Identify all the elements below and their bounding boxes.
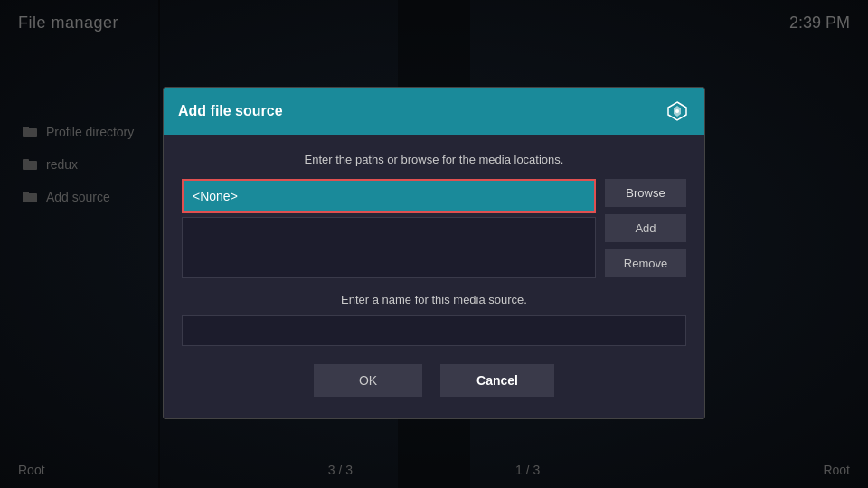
ok-button[interactable]: OK (314, 364, 422, 397)
paths-row: <None> Browse Add Remove (182, 179, 686, 278)
kodi-logo-icon (665, 99, 690, 124)
name-section: Enter a name for this media source. (182, 293, 686, 346)
side-buttons: Browse Add Remove (605, 179, 686, 278)
modal-header: Add file source (164, 88, 704, 135)
path-placeholder: <None> (193, 189, 238, 203)
paths-list (182, 217, 596, 278)
kodi-icon-svg (666, 100, 688, 122)
modal-body: Enter the paths or browse for the media … (164, 135, 704, 418)
modal-actions: OK Cancel (182, 364, 686, 400)
path-input[interactable]: <None> (182, 179, 596, 213)
remove-button[interactable]: Remove (605, 249, 686, 277)
name-label: Enter a name for this media source. (182, 293, 686, 306)
name-input[interactable] (182, 315, 686, 346)
browse-button[interactable]: Browse (605, 179, 686, 207)
add-file-source-dialog: Add file source Enter the paths or brows… (163, 87, 705, 419)
svg-point-2 (675, 109, 679, 113)
cancel-button[interactable]: Cancel (440, 364, 554, 397)
add-button[interactable]: Add (605, 214, 686, 242)
modal-instruction: Enter the paths or browse for the media … (182, 153, 686, 166)
modal-overlay: Add file source Enter the paths or brows… (0, 0, 868, 488)
modal-title: Add file source (178, 103, 283, 119)
